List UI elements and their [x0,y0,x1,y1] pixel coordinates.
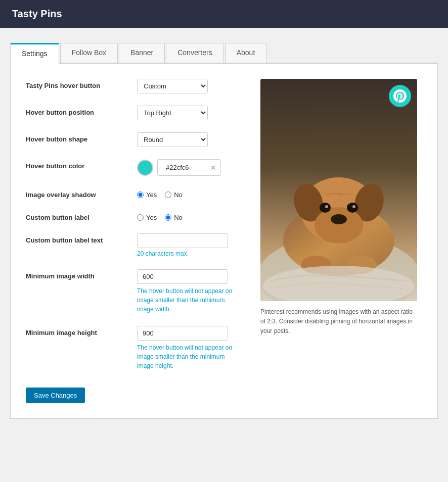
custom-button-label-control: Yes No [137,211,240,221]
svg-point-6 [315,207,363,244]
custom-button-label-label: Custom button label [26,211,127,221]
hover-button-shape-label: Hover button shape [26,132,127,143]
min-image-width-control: The hover button will not appear on imag… [137,269,240,314]
save-changes-button[interactable]: Save Changes [26,388,85,403]
svg-point-7 [331,214,347,224]
image-overlay-shadow-label: Image overlay shadow [26,188,127,199]
color-text-input[interactable] [162,162,207,173]
header: Tasty Pins [0,0,448,28]
min-image-width-warning: The hover button will not appear on imag… [137,286,240,314]
image-overlay-shadow-row: Image overlay shadow Yes No [26,188,240,199]
hover-button-row: Tasty Pins hover button Custom Default N… [26,79,240,93]
min-image-height-input[interactable] [137,326,228,341]
hover-button-position-label: Hover button position [26,106,127,116]
clear-color-icon[interactable]: ✕ [210,164,216,172]
settings-panel: Tasty Pins hover button Custom Default N… [10,64,438,419]
overlay-shadow-no-label[interactable]: No [165,191,183,199]
custom-button-label-text-control: 20 characters max. [137,233,240,257]
preview-note: Pinterest recommends using images with a… [260,307,417,336]
hover-button-shape-row: Hover button shape Round Square [26,132,240,147]
hover-button-select[interactable]: Custom Default None [137,79,208,93]
hover-button-color-row: Hover button color ✕ [26,159,240,176]
min-image-height-warning: The hover button will not appear on imag… [137,343,240,370]
overlay-shadow-yes-radio[interactable] [137,191,144,198]
hover-button-color-control: ✕ [137,159,240,176]
tab-banner[interactable]: Banner [119,43,165,63]
save-row: Save Changes [26,382,240,403]
custom-label-yes-radio[interactable] [137,214,144,221]
min-image-height-label: Minimum image height [26,326,127,336]
settings-left-column: Tasty Pins hover button Custom Default N… [26,79,240,403]
color-input-wrap: ✕ [157,159,221,176]
svg-point-10 [325,205,328,208]
min-image-width-label: Minimum image width [26,269,127,280]
overlay-shadow-no-radio[interactable] [165,191,171,198]
custom-label-text-input[interactable] [137,233,228,248]
tab-settings[interactable]: Settings [10,43,59,64]
min-image-width-input[interactable] [137,269,228,284]
min-image-height-row: Minimum image height The hover button wi… [26,326,240,370]
preview-image-wrap [260,79,417,301]
hover-button-shape-select[interactable]: Round Square [137,132,208,147]
hover-button-shape-control: Round Square [137,132,240,147]
custom-label-no-label[interactable]: No [165,214,183,221]
hover-button-position-select[interactable]: Top Right Top Left Bottom Right Bottom L… [137,106,208,120]
custom-label-yes-label[interactable]: Yes [137,214,157,221]
pinterest-icon [393,89,407,103]
tab-converters[interactable]: Converters [166,43,223,63]
custom-label-no-radio[interactable] [165,214,171,221]
min-image-width-row: Minimum image width The hover button wil… [26,269,240,314]
tabs-nav: Settings Follow Box Banner Converters Ab… [10,43,438,64]
hover-button-position-row: Hover button position Top Right Top Left… [26,106,240,120]
custom-button-label-text-row: Custom button label text 20 characters m… [26,233,240,257]
hover-button-color-label: Hover button color [26,159,127,170]
hover-button-label: Tasty Pins hover button [26,79,127,89]
svg-point-9 [347,203,358,213]
custom-button-label-text-label: Custom button label text [26,233,127,244]
hover-button-position-control: Top Right Top Left Bottom Right Bottom L… [137,106,240,120]
app-title: Tasty Pins [12,8,62,19]
svg-point-11 [352,205,355,208]
chars-max-hint: 20 characters max. [137,250,240,257]
dog-preview-image [260,79,417,301]
image-overlay-shadow-control: Yes No [137,188,240,199]
pinterest-hover-button[interactable] [389,85,411,107]
tab-about[interactable]: About [225,43,267,63]
hover-button-control: Custom Default None [137,79,240,93]
overlay-shadow-yes-label[interactable]: Yes [137,191,157,199]
custom-button-label-row: Custom button label Yes No [26,211,240,221]
svg-point-8 [320,203,331,213]
settings-right-column: Pinterest recommends using images with a… [260,79,422,403]
min-image-height-control: The hover button will not appear on imag… [137,326,240,370]
color-swatch[interactable] [137,160,153,176]
tab-follow-box[interactable]: Follow Box [60,43,118,63]
